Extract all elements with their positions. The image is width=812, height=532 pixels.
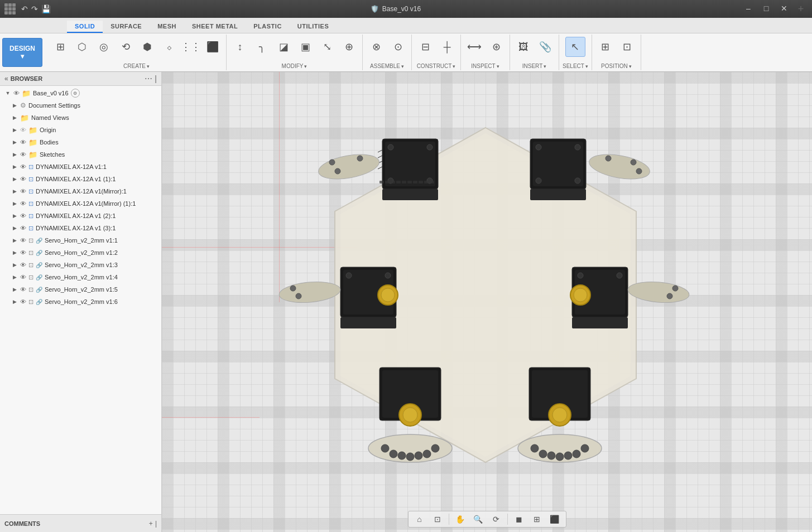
tab-surface[interactable]: SURFACE [103, 21, 150, 33]
tree-item-dynamixel-6[interactable]: ▶ 👁 ⊡ DYNAMIXEL AX-12A v1 (3):1 [0, 222, 161, 234]
insert-mesh-button[interactable]: 🖼 [513, 37, 534, 57]
combine-button[interactable]: ⊕ [339, 37, 359, 57]
servo5-visibility-icon[interactable]: 👁 [20, 286, 26, 293]
close-button[interactable]: ✕ [776, 2, 792, 14]
dyn2-visibility-icon[interactable]: 👁 [20, 176, 26, 182]
joint-button[interactable]: ⊗ [366, 37, 386, 57]
tree-item-named-views[interactable]: ▶ 📁 Named Views [0, 112, 161, 124]
tab-sheet-metal[interactable]: SHEET METAL [184, 21, 246, 33]
comments-pin-button[interactable]: | [155, 520, 157, 528]
redo-button[interactable]: ↷ [31, 4, 38, 13]
bodies-visibility-icon[interactable]: 👁 [20, 139, 26, 146]
toolbar-group-inspect: ⟷ ⊛ INSPECT ▾ [461, 35, 510, 70]
origin-visibility-icon[interactable]: 👁 [20, 127, 26, 133]
browser-options-button[interactable]: ⋯ [145, 74, 152, 83]
tree-item-sketches[interactable]: ▶ 👁 📁 Sketches [0, 148, 161, 161]
fit-all-button[interactable]: ⊡ [430, 512, 445, 526]
orbit-button[interactable]: ⟳ [488, 512, 504, 526]
servo3-visibility-icon[interactable]: 👁 [20, 262, 26, 268]
viewport-canvas[interactable]: ⌂ ⊡ ✋ 🔍 ⟳ ◼ ⊞ ⬛ [162, 72, 812, 532]
root-visibility-icon[interactable]: 👁 [13, 90, 20, 96]
undo-button[interactable]: ↶ [21, 4, 28, 13]
dyn1-visibility-icon[interactable]: 👁 [20, 163, 26, 170]
svg-rect-80 [424, 181, 429, 183]
tree-root-item[interactable]: ▼ 👁 📁 Base_v0 v16 ⚙ [0, 87, 161, 99]
press-pull-button[interactable]: ↕ [230, 37, 250, 57]
home-view-button[interactable]: ⌂ [412, 512, 427, 526]
browser-collapse-button[interactable]: « [4, 75, 8, 83]
servo1-visibility-icon[interactable]: 👁 [20, 237, 26, 244]
position-icon-btn[interactable]: ⊡ [617, 37, 637, 57]
comments-options-button[interactable]: + [149, 520, 153, 528]
tree-item-servo-1[interactable]: ▶ 👁 ⊡ 🔗 Servo_Horn_v2_2mm v1:1 [0, 234, 161, 246]
revolve-button[interactable]: ◎ [94, 37, 114, 57]
sweep-button[interactable]: ⟲ [116, 37, 136, 57]
measure-button[interactable]: ⟷ [464, 37, 484, 57]
tree-item-dynamixel-1[interactable]: ▶ 👁 ⊡ DYNAMIXEL AX-12A v1:1 [0, 161, 161, 173]
tree-item-servo-3[interactable]: ▶ 👁 ⊡ 🔗 Servo_Horn_v2_2mm v1:3 [0, 259, 161, 271]
tree-item-origin[interactable]: ▶ 👁 📁 Origin [0, 124, 161, 136]
root-settings-badge[interactable]: ⚙ [71, 89, 80, 98]
offset-plane-button[interactable]: ⊟ [415, 37, 435, 57]
dyn4-visibility-icon[interactable]: 👁 [20, 200, 26, 207]
minimize-button[interactable]: – [741, 2, 756, 14]
servo3-arrow: ▶ [11, 262, 18, 268]
align-button[interactable]: ⊞ [595, 37, 616, 57]
grid-display-button[interactable]: ⊞ [529, 512, 545, 526]
servo4-visibility-icon[interactable]: 👁 [20, 274, 26, 280]
tree-item-servo-4[interactable]: ▶ 👁 ⊡ 🔗 Servo_Horn_v2_2mm v1:4 [0, 271, 161, 283]
browser-pin-button[interactable]: | [155, 74, 157, 83]
zoom-button[interactable]: 🔍 [470, 512, 486, 526]
tab-solid[interactable]: SOLID [67, 21, 103, 33]
maximize-button[interactable]: □ [758, 2, 774, 14]
servo6-visibility-icon[interactable]: 👁 [20, 298, 26, 305]
shell-button[interactable]: ▣ [295, 37, 315, 57]
dyn5-component-icon: ⊡ [28, 212, 33, 220]
tree-item-dynamixel-5[interactable]: ▶ 👁 ⊡ DYNAMIXEL AX-12A v1 (2):1 [0, 210, 161, 222]
tree-item-dynamixel-2[interactable]: ▶ 👁 ⊡ DYNAMIXEL AX-12A v1 (1):1 [0, 173, 161, 185]
tree-item-dynamixel-4[interactable]: ▶ 👁 ⊡ DYNAMIXEL AX-12A v1(Mirror) (1):1 [0, 197, 161, 210]
viewport[interactable]: ⌂ ⊡ ✋ 🔍 ⟳ ◼ ⊞ ⬛ [162, 72, 812, 532]
fillet-button[interactable]: ╮ [252, 37, 272, 57]
interference-button[interactable]: ⊛ [486, 37, 506, 57]
display-mode-button[interactable]: ◼ [511, 512, 527, 526]
tree-item-servo-2[interactable]: ▶ 👁 ⊡ 🔗 Servo_Horn_v2_2mm v1:2 [0, 246, 161, 259]
dyn5-visibility-icon[interactable]: 👁 [20, 212, 26, 219]
insert-svg-button[interactable]: 📎 [535, 37, 555, 57]
scale-button[interactable]: ⤡ [317, 37, 337, 57]
svg-point-66 [539, 450, 547, 458]
tree-item-doc-settings[interactable]: ▶ ⚙ Document Settings [0, 99, 161, 112]
tab-mesh[interactable]: MESH [150, 21, 184, 33]
design-arrow: ▾ [21, 52, 24, 60]
sketches-arrow: ▶ [11, 152, 18, 157]
as-built-joint-icon: ⊙ [394, 42, 402, 52]
new-component-button[interactable]: ⊞ [50, 37, 70, 57]
tree-item-servo-6[interactable]: ▶ 👁 ⊡ 🔗 Servo_Horn_v2_2mm v1:6 [0, 296, 161, 308]
svg-rect-72 [379, 181, 384, 183]
design-button[interactable]: DESIGN ▾ [2, 38, 42, 67]
chamfer-button[interactable]: ◪ [273, 37, 294, 57]
axis-button[interactable]: ┼ [437, 37, 457, 57]
extrude-button[interactable]: ⬡ [72, 37, 92, 57]
new-tab-button[interactable]: + [794, 2, 808, 16]
dyn3-visibility-icon[interactable]: 👁 [20, 188, 26, 195]
sketches-visibility-icon[interactable]: 👁 [20, 151, 26, 158]
app-grid-icon[interactable] [4, 3, 16, 14]
save-button[interactable]: 💾 [41, 4, 51, 13]
select-button[interactable]: ↖ [565, 37, 585, 57]
svg-point-68 [556, 453, 564, 461]
tree-item-bodies[interactable]: ▶ 👁 📁 Bodies [0, 136, 161, 148]
servo2-visibility-icon[interactable]: 👁 [20, 249, 26, 256]
dyn6-visibility-icon[interactable]: 👁 [20, 225, 26, 231]
loft-button[interactable]: ⬢ [137, 37, 157, 57]
tab-plastic[interactable]: PLASTIC [246, 21, 290, 33]
tree-item-servo-5[interactable]: ▶ 👁 ⊡ 🔗 Servo_Horn_v2_2mm v1:5 [0, 283, 161, 296]
as-built-joint-button[interactable]: ⊙ [388, 37, 408, 57]
tree-item-dynamixel-3[interactable]: ▶ 👁 ⊡ DYNAMIXEL AX-12A v1(Mirror):1 [0, 185, 161, 197]
mirror-button[interactable]: ⬦ [159, 37, 179, 57]
visual-style-button[interactable]: ⬛ [547, 512, 563, 526]
tab-utilities[interactable]: UTILITIES [290, 21, 337, 33]
pan-button[interactable]: ✋ [453, 512, 468, 526]
thicken-button[interactable]: ⬛ [203, 37, 223, 57]
pattern-button[interactable]: ⋮⋮ [181, 37, 201, 57]
